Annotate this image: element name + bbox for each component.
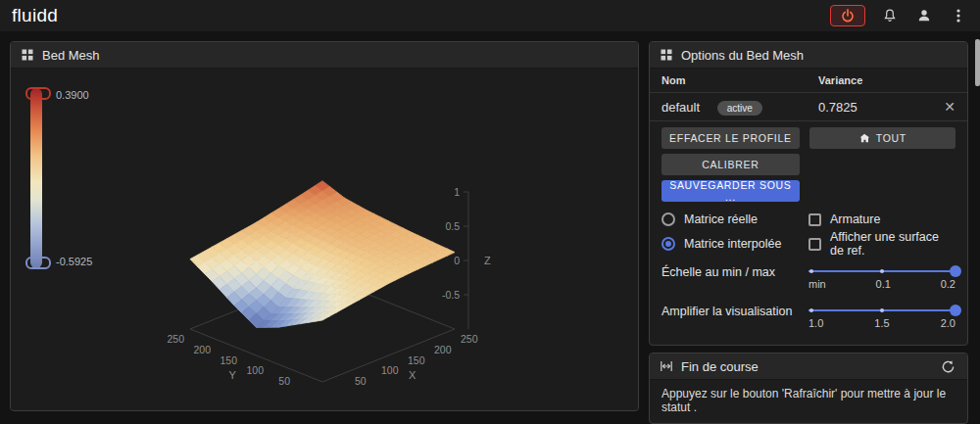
grid-icon bbox=[660, 48, 673, 62]
slider-thumb[interactable] bbox=[950, 265, 961, 277]
tick-label: 2.0 bbox=[941, 317, 956, 329]
sliders-section: Échelle au min / max min 0.1 0.2 bbox=[650, 255, 967, 345]
svg-text:1: 1 bbox=[454, 186, 460, 198]
checkbox-ref-surface[interactable]: Afficher une surface de ref. bbox=[808, 235, 956, 253]
options-buttons: EFFACER LE PROFILE TOUT CALIBRER SAUVEGA… bbox=[650, 121, 967, 205]
tick-label: 0.2 bbox=[941, 278, 956, 290]
topbar-actions bbox=[830, 5, 968, 26]
svg-text:Y: Y bbox=[229, 369, 237, 381]
options-panel-header[interactable]: Options du Bed Mesh bbox=[650, 42, 967, 69]
endstops-panel-header[interactable]: Fin de course bbox=[650, 353, 967, 380]
home-icon bbox=[858, 132, 870, 144]
slider-tick-mark bbox=[880, 308, 884, 312]
checkbox-icon bbox=[808, 213, 821, 226]
endstops-panel: Fin de course Appuyez sur le bouton 'Raf… bbox=[649, 353, 968, 424]
slider-tick-labels: 1.0 1.5 2.0 bbox=[808, 317, 956, 329]
radio-icon bbox=[662, 212, 675, 226]
bed-mesh-plot-area: 0.3900 -0.5925 -0.500.51Z501001502002505… bbox=[11, 69, 638, 409]
scale-slider-label: Échelle au min / max bbox=[662, 264, 808, 279]
main-content: Bed Mesh 0.3900 -0.5925 -0.500.51Z501001… bbox=[0, 31, 980, 424]
topbar: fluidd bbox=[0, 0, 980, 31]
amplify-slider-label: Amplifier la visualisation bbox=[662, 304, 808, 318]
endstop-icon bbox=[660, 359, 673, 373]
colorbar-min-marker bbox=[25, 257, 51, 269]
svg-text:50: 50 bbox=[355, 375, 367, 387]
checkbox-wireframe[interactable]: Armature bbox=[808, 211, 956, 228]
radio-icon bbox=[662, 237, 675, 251]
svg-text:-0.5: -0.5 bbox=[442, 289, 460, 301]
profile-name-cell: default active bbox=[662, 100, 818, 115]
kebab-menu-icon bbox=[951, 8, 966, 24]
slider-tick-labels: min 0.1 0.2 bbox=[808, 278, 956, 290]
scrollbar[interactable] bbox=[975, 39, 980, 86]
checkbox-wireframe-label: Armature bbox=[830, 212, 880, 226]
colorbar-max-marker bbox=[25, 87, 51, 100]
right-column: Options du Bed Mesh Nom Variance default… bbox=[649, 41, 968, 424]
svg-text:250: 250 bbox=[167, 333, 184, 345]
options-panel-title: Options du Bed Mesh bbox=[681, 48, 804, 63]
colorbar-gradient bbox=[30, 88, 42, 268]
notifications-button[interactable] bbox=[880, 6, 900, 25]
refresh-icon bbox=[941, 359, 956, 374]
radio-interpolated-matrix[interactable]: Matrice interpolée bbox=[662, 235, 808, 253]
svg-text:X: X bbox=[409, 369, 416, 381]
amplify-slider[interactable]: 1.0 1.5 2.0 bbox=[808, 304, 956, 337]
svg-text:200: 200 bbox=[434, 344, 452, 355]
scale-slider-row: Échelle au min / max min 0.1 0.2 bbox=[662, 264, 956, 298]
svg-text:150: 150 bbox=[408, 354, 425, 366]
slider-tick-mark bbox=[809, 269, 813, 273]
svg-text:100: 100 bbox=[381, 364, 399, 376]
checkbox-icon bbox=[808, 238, 821, 251]
mesh-display-controls: Matrice réelle Matrice interpolée Armatu… bbox=[650, 205, 967, 255]
svg-text:Z: Z bbox=[484, 255, 491, 266]
person-icon bbox=[916, 8, 932, 24]
checkbox-ref-surface-label: Afficher une surface de ref. bbox=[830, 230, 956, 258]
app-logo[interactable]: fluidd bbox=[12, 5, 58, 26]
tick-label: 1.5 bbox=[874, 317, 889, 329]
column-header-variance: Variance bbox=[818, 74, 936, 86]
tick-label: min bbox=[808, 278, 826, 290]
emergency-stop-button[interactable] bbox=[830, 5, 865, 26]
colorbar: 0.3900 -0.5925 bbox=[23, 88, 140, 268]
slider-tick-mark bbox=[880, 269, 884, 273]
slider-tick-mark bbox=[809, 308, 813, 312]
profile-name: default bbox=[662, 100, 700, 115]
svg-text:50: 50 bbox=[278, 375, 290, 387]
overflow-menu-button[interactable] bbox=[949, 6, 968, 25]
bed-mesh-title: Bed Mesh bbox=[42, 48, 100, 63]
profiles-table-header: Nom Variance bbox=[650, 69, 967, 93]
remove-profile-button[interactable]: ✕ bbox=[936, 99, 956, 115]
save-as-button[interactable]: SAUVEGARDER SOUS ... bbox=[662, 180, 800, 202]
user-button[interactable] bbox=[914, 6, 934, 25]
home-all-button[interactable]: TOUT bbox=[809, 127, 956, 149]
bell-icon bbox=[882, 8, 898, 24]
svg-text:0: 0 bbox=[454, 255, 460, 266]
radio-real-matrix[interactable]: Matrice réelle bbox=[662, 211, 808, 228]
profile-row[interactable]: default active 0.7825 ✕ bbox=[650, 93, 967, 121]
svg-text:200: 200 bbox=[193, 344, 211, 355]
power-icon bbox=[840, 8, 856, 24]
amplify-slider-row: Amplifier la visualisation 1.0 1.5 2.0 bbox=[662, 304, 956, 337]
colorbar-min-value: -0.5925 bbox=[56, 256, 92, 267]
clear-profile-button[interactable]: EFFACER LE PROFILE bbox=[662, 127, 800, 149]
endstops-panel-title: Fin de course bbox=[681, 359, 759, 374]
bed-mesh-options-panel: Options du Bed Mesh Nom Variance default… bbox=[649, 41, 968, 346]
column-header-name: Nom bbox=[662, 74, 818, 86]
svg-text:100: 100 bbox=[246, 364, 264, 376]
tick-label: 1.0 bbox=[808, 317, 823, 329]
bed-mesh-panel-header[interactable]: Bed Mesh bbox=[11, 42, 638, 69]
refresh-endstops-button[interactable] bbox=[938, 356, 957, 376]
grid-icon bbox=[21, 48, 34, 62]
endstops-message: Appuyez sur le bouton 'Rafraîchir' pour … bbox=[650, 380, 967, 423]
scale-slider[interactable]: min 0.1 0.2 bbox=[808, 264, 956, 298]
profile-variance: 0.7825 bbox=[818, 100, 936, 115]
home-all-label: TOUT bbox=[876, 132, 906, 144]
calibrate-button[interactable]: CALIBRER bbox=[662, 154, 800, 175]
active-badge: active bbox=[717, 101, 762, 116]
slider-thumb[interactable] bbox=[950, 305, 961, 316]
radio-real-matrix-label: Matrice réelle bbox=[684, 212, 758, 226]
colorbar-max-value: 0.3900 bbox=[56, 89, 89, 101]
radio-interpolated-matrix-label: Matrice interpolée bbox=[684, 237, 781, 251]
bed-mesh-panel: Bed Mesh 0.3900 -0.5925 -0.500.51Z501001… bbox=[10, 41, 639, 411]
svg-text:0.5: 0.5 bbox=[445, 220, 460, 232]
